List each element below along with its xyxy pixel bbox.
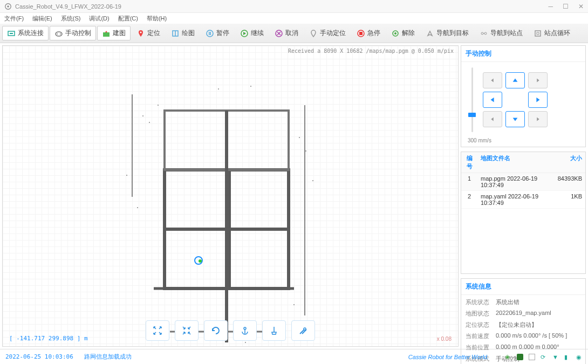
forward-button[interactable]: [505, 72, 525, 88]
maximize-button[interactable]: ☐: [563, 3, 569, 10]
cancel-icon: [275, 29, 283, 38]
pause-button[interactable]: 暂停: [201, 26, 234, 40]
menubar: 文件(F) 编辑(E) 系统(S) 调试(D) 配置(C) 帮助(H): [0, 13, 588, 24]
expand-icon[interactable]: [146, 320, 169, 341]
system-info-panel: 系统信息 系统状态系统出错 地图状态20220619_map.yaml 定位状态…: [461, 278, 586, 364]
rotate-icon[interactable]: [204, 320, 228, 341]
svg-point-44: [245, 342, 246, 343]
svg-rect-20: [535, 31, 541, 36]
wifi-icon: ◉: [576, 354, 583, 360]
book-icon: [171, 29, 180, 38]
cancel-button[interactable]: 取消: [270, 26, 303, 40]
leaf-icon: ❀: [505, 354, 511, 360]
position-value: 0.000 m 0.000 m 0.000°: [496, 344, 581, 352]
speed-value: 300 mm/s: [461, 138, 585, 147]
map-file-table: 编号 地图文件名 大小 1 map.pgm 2022-06-19 10:37:4…: [461, 152, 586, 274]
map-view[interactable]: Received a 8090 X 10682 /maps/map.pgm @ …: [2, 45, 459, 347]
coordinate-readout: [ -141.717 299.898 ] m: [9, 335, 88, 342]
estop-button[interactable]: 急停: [352, 26, 385, 40]
pin-icon: [136, 29, 145, 38]
rotate-right-button[interactable]: [528, 72, 548, 88]
menu-system[interactable]: 系统(S): [61, 15, 81, 23]
table-row[interactable]: 2 map.yaml 2022-06-19 10:37:49 1KB: [461, 191, 585, 209]
rotate-left-button[interactable]: [483, 72, 502, 88]
nav-point-button[interactable]: 导航到站点: [475, 26, 528, 40]
status-message: 路网信息加载成功: [84, 353, 408, 361]
robot-position-marker: [194, 256, 203, 265]
svg-point-46: [244, 327, 246, 329]
rotate-right-alt-button[interactable]: [528, 111, 548, 127]
system-info-title: 系统信息: [461, 279, 585, 295]
direction-pad: [483, 67, 548, 132]
svg-point-34: [299, 137, 300, 138]
svg-point-40: [293, 304, 295, 305]
svg-rect-10: [209, 32, 210, 35]
loop-icon: [534, 29, 542, 38]
svg-point-1: [7, 5, 9, 8]
speed-slider[interactable]: [467, 67, 477, 132]
manual-locate-button[interactable]: 手动定位: [304, 26, 351, 40]
svg-point-4: [56, 32, 62, 36]
table-row[interactable]: 1 map.pgm 2022-06-19 10:37:49 84393KB: [461, 173, 585, 191]
locate-status-value: 【定位未启动】: [496, 321, 581, 329]
manual-control-panel: 手动控制 300 mm/s: [461, 45, 586, 147]
close-button[interactable]: ✕: [578, 3, 584, 10]
stop-icon: [357, 29, 365, 38]
col-no: 编号: [461, 152, 477, 173]
svg-point-33: [158, 105, 159, 106]
gamepad-icon: [54, 29, 63, 38]
loop-points-button[interactable]: 站点循环: [529, 26, 575, 40]
menu-debug[interactable]: 调试(D): [89, 15, 109, 23]
right-button[interactable]: [528, 92, 548, 108]
left-button[interactable]: [483, 92, 502, 108]
menu-config[interactable]: 配置(C): [118, 15, 138, 23]
sync-icon: ⟳: [541, 354, 547, 360]
contract-icon[interactable]: [175, 320, 199, 341]
svg-rect-22: [229, 170, 289, 229]
locate-button[interactable]: 定位: [132, 26, 165, 40]
svg-point-18: [481, 32, 483, 35]
connect-button[interactable]: 系统连接: [2, 26, 49, 40]
tools-icon[interactable]: [291, 320, 315, 341]
rotate-left-alt-button[interactable]: [483, 111, 502, 127]
draw-button[interactable]: 绘图: [166, 26, 200, 40]
toolbar: 系统连接 手动控制 建图 定位 绘图 暂停 继续 取消 手动定位 急停 解除 导…: [0, 24, 588, 43]
minimize-button[interactable]: ─: [548, 3, 553, 10]
svg-rect-3: [10, 33, 13, 34]
map-status-value: 20220619_map.yaml: [496, 310, 581, 318]
svg-point-41: [218, 88, 219, 90]
nav-target-button[interactable]: 导航到目标: [421, 26, 474, 40]
manual-control-button[interactable]: 手动控制: [50, 26, 96, 40]
anchor-icon[interactable]: [233, 320, 257, 341]
svg-point-32: [149, 122, 150, 123]
svg-point-19: [484, 32, 487, 35]
backward-button[interactable]: [505, 111, 525, 127]
svg-rect-11: [210, 32, 211, 35]
window-title: Cassie_Robot_V4.9_LFWX_2022-06-19: [15, 3, 548, 10]
menu-edit[interactable]: 编辑(E): [32, 15, 52, 23]
menu-help[interactable]: 帮助(H): [147, 15, 167, 23]
svg-point-8: [140, 31, 142, 33]
map-tools: [146, 320, 315, 341]
play-icon: [240, 29, 249, 38]
main-area: Received a 8090 X 10682 /maps/map.pgm @ …: [0, 43, 588, 349]
unlock-button[interactable]: 解除: [386, 26, 420, 40]
svg-point-47: [304, 328, 306, 330]
zoom-level: x 0.08: [437, 336, 452, 342]
menu-file[interactable]: 文件(F): [4, 15, 24, 23]
svg-point-31: [142, 115, 143, 116]
app-icon: [4, 3, 12, 10]
svg-point-36: [312, 180, 313, 181]
svg-point-17: [394, 32, 396, 35]
titlebar: Cassie_Robot_V4.9_LFWX_2022-06-19 ─ ☐ ✕: [0, 0, 588, 13]
svg-point-35: [305, 150, 306, 152]
build-map-button[interactable]: 建图: [97, 26, 131, 40]
svg-rect-21: [165, 170, 229, 229]
signal-icon: ▮: [564, 354, 571, 360]
status-icons: ❀ ⟳ ▼ ▮ ◉: [505, 354, 583, 360]
pin-gray-icon: [309, 29, 318, 38]
slam-map-svg: [111, 73, 348, 347]
resume-button[interactable]: 继续: [235, 26, 269, 40]
battery-icon: [529, 354, 535, 360]
brush-icon[interactable]: [262, 320, 286, 341]
